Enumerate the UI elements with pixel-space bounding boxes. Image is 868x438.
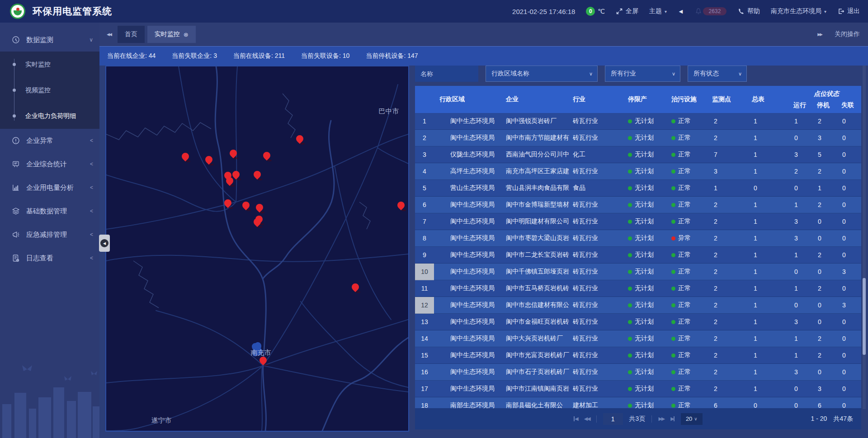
sidebar-item-数据监测[interactable]: 数据监测∨ xyxy=(0,28,99,52)
status-select-value: 所有状态 xyxy=(693,70,719,78)
table-row[interactable]: 3仪陇生态环境局西南油气田分公司川中化工无计划正常71350 xyxy=(415,146,861,163)
last-page-button[interactable]: ▶ xyxy=(670,416,674,422)
cell-index: 1 xyxy=(415,113,434,130)
mute-speaker-icon[interactable]: ◄ xyxy=(678,8,684,15)
cell-lost: 0 xyxy=(839,146,861,163)
cell-status: 正常 xyxy=(671,146,712,163)
map-pin-shadow xyxy=(234,157,238,159)
tab-首页[interactable]: 首页 xyxy=(118,26,145,43)
table-row[interactable]: 12阆中生态环境局阆中市忠信建材有限公砖瓦行业无计划正常21003 xyxy=(415,297,861,314)
sidebar-menu: 数据监测∨实时监控视频监控企业电力负荷明细企业异常<企业综合统计<企业用电量分析… xyxy=(0,23,99,270)
table-row[interactable]: 13阆中生态环境局阆中市金福旺页岩机砖砖瓦行业无计划正常21300 xyxy=(415,314,861,330)
stat-value: 211 xyxy=(275,52,285,59)
table-row[interactable]: 14阆中生态环境局阆中大兴页岩机砖厂砖瓦行业无计划正常21120 xyxy=(415,330,861,347)
sidebar-item-基础数据管理[interactable]: 基础数据管理< xyxy=(0,199,99,223)
page-number-input[interactable] xyxy=(603,413,623,425)
col-header-监测点[interactable]: 监测点 xyxy=(712,86,752,113)
tabs-scroll-right-icon[interactable]: ▶▶ xyxy=(817,32,822,37)
divider xyxy=(596,415,597,423)
table-row[interactable]: 5营山生态环境局营山县润丰肉食品有限食品无计划正常10010 xyxy=(415,180,861,197)
cell-text: 砖瓦行业 xyxy=(572,280,626,297)
table-row[interactable]: 6阆中生态环境局阆中市金博瑞新型墙材砖瓦行业无计划正常21120 xyxy=(415,197,861,213)
table-row[interactable]: 18南部生态环境局南部县磁化土有限公建材加工无计划正常60060 xyxy=(415,397,861,408)
map-collapse-handle[interactable]: ◀ xyxy=(99,235,110,252)
status-dot-icon xyxy=(628,320,632,324)
col-header-行业[interactable]: 行业 xyxy=(572,86,626,113)
tab-close-icon[interactable]: ⊗ xyxy=(184,31,189,38)
table-row[interactable]: 1阆中生态环境局阆中强锐页岩砖厂砖瓦行业无计划正常21120 xyxy=(415,113,861,130)
datetime: 2021-02-25 17:46:18 xyxy=(512,8,575,15)
logout-button[interactable]: 退出 xyxy=(837,7,860,15)
table-row[interactable]: 8阆中生态环境局阆中市枣碧大梁山页岩砖瓦行业无计划异常21300 xyxy=(415,230,861,247)
table-row[interactable]: 10阆中生态环境局阆中千佛镇五郎垭页岩砖瓦行业无计划正常21003 xyxy=(415,264,861,280)
name-search-input[interactable] xyxy=(415,66,478,82)
close-operations-button[interactable]: 关闭操作 xyxy=(835,30,860,38)
table-row[interactable]: 2阆中生态环境局阆中市南方节能建材有砖瓦行业无计划正常21030 xyxy=(415,130,861,146)
table-row[interactable]: 15阆中生态环境局阆中市光富页岩机砖厂砖瓦行业无计划正常21120 xyxy=(415,347,861,364)
col-header-运行[interactable]: 运行 xyxy=(792,99,815,111)
sidebar-item-企业综合统计[interactable]: 企业综合统计< xyxy=(0,152,99,176)
help-button[interactable]: 帮助 xyxy=(737,7,760,15)
col-header-失联[interactable]: 失联 xyxy=(839,99,861,111)
cell-index: 15 xyxy=(415,347,434,364)
cell-status: 无计划 xyxy=(626,264,671,280)
first-page-button[interactable]: ◀ xyxy=(574,416,577,422)
cell-run: 0 xyxy=(792,130,815,146)
sidebar-item-企业异常[interactable]: 企业异常< xyxy=(0,129,99,152)
tab-实时监控[interactable]: 实时监控⊗ xyxy=(147,26,196,43)
cell-status: 正常 xyxy=(671,297,712,314)
status-select[interactable]: 所有状态 ∨ xyxy=(688,66,747,82)
page-size-select[interactable]: 20 ∨ xyxy=(681,413,703,425)
cell-run: 1 xyxy=(792,280,815,297)
table-row[interactable]: 16阆中生态环境局阆中市石子页岩机砖厂砖瓦行业无计划正常21300 xyxy=(415,364,861,381)
sidebar: 数据监测∨实时监控视频监控企业电力负荷明细企业异常<企业综合统计<企业用电量分析… xyxy=(0,23,99,438)
table-row[interactable]: 7阆中生态环境局阆中明阳建材有限公司砖瓦行业无计划正常21300 xyxy=(415,213,861,230)
col-header-企业[interactable]: 企业 xyxy=(497,86,572,113)
scrollbar-thumb[interactable] xyxy=(863,278,866,355)
cell-status: 正常 xyxy=(671,113,712,130)
notifications[interactable]: 2632 xyxy=(695,7,726,15)
table-row[interactable]: 11阆中生态环境局阆中市五马桥页岩机砖砖瓦行业无计划正常21120 xyxy=(415,280,861,297)
prev-page-button[interactable]: ◀◀ xyxy=(584,416,590,422)
cell-status: 无计划 xyxy=(626,364,671,381)
theme-dropdown[interactable]: 主题 ▾ xyxy=(649,7,667,15)
cell-stop: 0 xyxy=(815,213,839,230)
cell-text: 阆中强锐页岩砖厂 xyxy=(497,113,572,130)
cell-text: 建材加工 xyxy=(572,397,626,408)
cell-number: 1 xyxy=(712,180,752,197)
region-select[interactable]: 行政区域名称 ∨ xyxy=(486,66,598,82)
col-header-停限产[interactable]: 停限产 xyxy=(626,86,671,113)
fullscreen-button[interactable]: 全屏 xyxy=(616,7,638,15)
col-header-总表[interactable]: 总表 xyxy=(752,86,792,113)
cell-text: 高坪生态环境局 xyxy=(434,163,497,180)
col-header-行政区域[interactable]: 行政区域 xyxy=(434,86,497,113)
sidebar-item-企业用电量分析[interactable]: 企业用电量分析< xyxy=(0,176,99,199)
cell-text: 砖瓦行业 xyxy=(572,314,626,330)
industry-select[interactable]: 所有行业 ∨ xyxy=(605,66,680,82)
table-row[interactable]: 17阆中生态环境局阆中市江南镇阆南页岩砖瓦行业无计划正常21030 xyxy=(415,381,861,397)
sidebar-item-应急减排管理[interactable]: 应急减排管理< xyxy=(0,223,99,246)
chevron-left-icon: ◀ xyxy=(100,239,108,247)
sidebar-subitem-实时监控[interactable]: 实时监控 xyxy=(0,52,99,77)
sidebar-subitem-企业电力负荷明细[interactable]: 企业电力负荷明细 xyxy=(0,103,99,129)
status-dot-icon xyxy=(671,203,675,207)
org-dropdown[interactable]: 南充市生态环境局 ▾ xyxy=(771,7,826,15)
tabs-scroll-left-icon[interactable]: ◀◀ xyxy=(107,32,111,37)
status-dot-icon xyxy=(671,220,675,224)
cell-lost: 0 xyxy=(839,247,861,264)
cell-number: 0 xyxy=(752,397,792,408)
col-header-治污设施[interactable]: 治污设施 xyxy=(671,86,712,113)
sidebar-subitem-视频监控[interactable]: 视频监控 xyxy=(0,77,99,103)
map-panel[interactable]: 巴中市南充市遂宁市 xyxy=(105,66,409,432)
chevron-collapsed-icon: < xyxy=(90,208,93,214)
table-row[interactable]: 4高坪生态环境局南充市高坪区王家店建砖瓦行业无计划正常31220 xyxy=(415,163,861,180)
sidebar-item-日志查看[interactable]: 日志查看< xyxy=(0,246,99,270)
status-text: 正常 xyxy=(678,251,691,259)
table-row[interactable]: 9阆中生态环境局阆中市二龙长宝页岩砖砖瓦行业无计划正常21120 xyxy=(415,247,861,264)
next-page-button[interactable]: ▶▶ xyxy=(658,416,664,422)
status-text: 无计划 xyxy=(635,117,654,125)
cell-stop: 2 xyxy=(815,347,839,364)
col-header-停机[interactable]: 停机 xyxy=(815,99,839,111)
cell-lost: 3 xyxy=(839,264,861,280)
chevron-collapsed-icon: < xyxy=(90,255,93,261)
